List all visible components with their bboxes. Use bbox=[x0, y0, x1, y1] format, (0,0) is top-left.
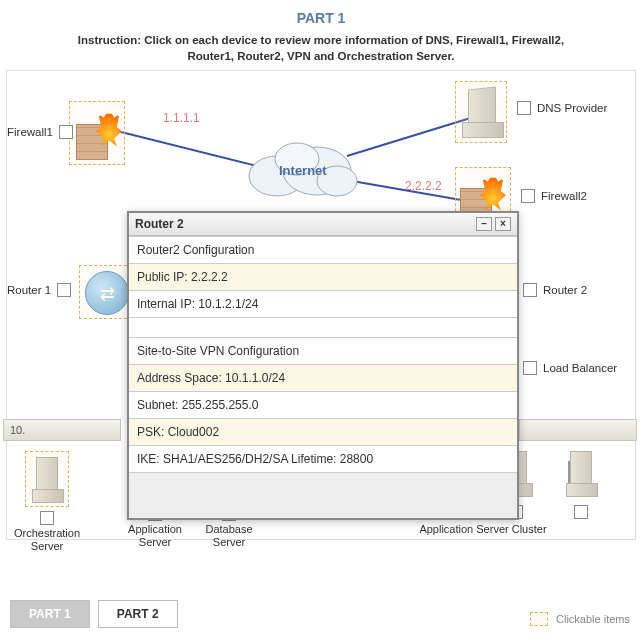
orchestration-label: Orchestration Server bbox=[11, 527, 83, 553]
dns-device[interactable] bbox=[455, 81, 507, 143]
router-icon bbox=[85, 271, 129, 315]
popup-title: Router 2 bbox=[135, 217, 184, 231]
router2-popup: Router 2 – × Router2 Configuration Publi… bbox=[127, 211, 519, 520]
svg-line-0 bbox=[117, 131, 257, 166]
app-cluster-label: Application Server Cluster bbox=[353, 523, 613, 536]
app-cluster-checkbox[interactable] bbox=[574, 505, 588, 519]
router1-label: Router 1 bbox=[7, 284, 51, 296]
legend-label: Clickable items bbox=[556, 613, 630, 625]
rack-bar-right bbox=[519, 419, 637, 441]
legend: Clickable items bbox=[530, 612, 630, 626]
firewall-icon bbox=[76, 108, 122, 160]
popup-row: IKE: SHA1/AES256/DH2/SA Lifetime: 28800 bbox=[129, 445, 517, 472]
orchestration-checkbox[interactable] bbox=[40, 511, 54, 525]
router2-checkbox[interactable] bbox=[523, 283, 537, 297]
server-icon bbox=[32, 457, 62, 503]
firewall1-ip-label: 1.1.1.1 bbox=[163, 111, 200, 125]
orchestration-device[interactable]: Orchestration Server bbox=[11, 451, 83, 553]
internet-label: Internet bbox=[279, 163, 327, 178]
app-server-label: Application Server bbox=[119, 523, 191, 549]
rack-bar-left-text: 10. bbox=[10, 424, 25, 436]
server-icon bbox=[462, 88, 502, 138]
router1-label-block: Router 1 bbox=[7, 283, 71, 297]
popup-row: Router2 Configuration bbox=[129, 236, 517, 263]
firewall2-label-block: Firewall2 bbox=[521, 189, 587, 203]
popup-footer bbox=[129, 472, 517, 518]
popup-gap bbox=[129, 317, 517, 337]
popup-row: Address Space: 10.1.1.0/24 bbox=[129, 364, 517, 391]
minimize-button[interactable]: – bbox=[476, 217, 492, 231]
load-balancer-checkbox[interactable] bbox=[523, 361, 537, 375]
load-balancer-label: Load Balancer bbox=[543, 362, 617, 374]
firewall1-checkbox[interactable] bbox=[59, 125, 73, 139]
popup-row: Site-to-Site VPN Configuration bbox=[129, 337, 517, 364]
server-icon bbox=[566, 451, 596, 497]
router1-checkbox[interactable] bbox=[57, 283, 71, 297]
page-title: PART 1 bbox=[0, 0, 642, 26]
router2-label: Router 2 bbox=[543, 284, 587, 296]
dns-label-block: DNS Provider bbox=[517, 101, 607, 115]
db-server-label: Database Server bbox=[193, 523, 265, 549]
network-diagram: Internet Firewall1 1.1.1.1 DNS Provider … bbox=[6, 70, 636, 540]
firewall2-ip-label: 2.2.2.2 bbox=[405, 179, 442, 193]
router2-label-block: Router 2 bbox=[523, 283, 587, 297]
firewall2-checkbox[interactable] bbox=[521, 189, 535, 203]
tab-bar: PART 1 PART 2 bbox=[10, 600, 178, 628]
popup-row: Public IP: 2.2.2.2 bbox=[129, 263, 517, 290]
firewall1-device[interactable] bbox=[69, 101, 125, 165]
legend-swatch-icon bbox=[530, 612, 548, 626]
load-balancer-label-block: Load Balancer bbox=[523, 361, 617, 375]
popup-row: Subnet: 255.255.255.0 bbox=[129, 391, 517, 418]
popup-row: PSK: Cloud002 bbox=[129, 418, 517, 445]
close-button[interactable]: × bbox=[495, 217, 511, 231]
firewall2-label: Firewall2 bbox=[541, 190, 587, 202]
popup-titlebar[interactable]: Router 2 – × bbox=[129, 213, 517, 236]
dns-checkbox[interactable] bbox=[517, 101, 531, 115]
firewall1-label-block: Firewall1 bbox=[7, 125, 73, 139]
popup-row: Internal IP: 10.1.2.1/24 bbox=[129, 290, 517, 317]
tab-part2[interactable]: PART 2 bbox=[98, 600, 178, 628]
tab-part1[interactable]: PART 1 bbox=[10, 600, 90, 628]
dns-label: DNS Provider bbox=[537, 102, 607, 114]
instruction-text: Instruction: Click on each device to rev… bbox=[0, 26, 642, 64]
firewall1-label: Firewall1 bbox=[7, 126, 53, 138]
rack-bar-left: 10. bbox=[3, 419, 121, 441]
